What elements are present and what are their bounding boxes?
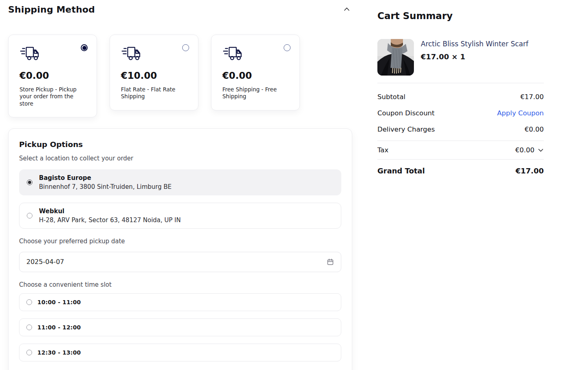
pickup-location-radio[interactable] xyxy=(27,180,32,185)
pickup-location-name: Webkul xyxy=(39,208,181,215)
tax-row: Tax €0.00 xyxy=(377,141,544,160)
grand-total-value: €17.00 xyxy=(516,167,544,175)
calendar-icon[interactable] xyxy=(327,258,334,266)
shipping-method-section: Shipping Method €0.00 Store Pickup - Pic… xyxy=(8,0,352,370)
pickup-location-label: Select a location to collect your order xyxy=(19,155,341,162)
pickup-date-input[interactable]: 2025-04-07 xyxy=(19,252,341,272)
shipping-method-card-free-shipping[interactable]: €0.00 Free Shipping - Free Shipping xyxy=(211,35,300,110)
pickup-options-panel: Pickup Options Select a location to coll… xyxy=(8,128,352,370)
subtotal-label: Subtotal xyxy=(377,93,405,101)
product-image[interactable] xyxy=(377,39,414,76)
summary-divider xyxy=(377,83,544,83)
tax-label: Tax xyxy=(377,146,388,154)
cart-summary-title: Cart Summary xyxy=(377,11,544,21)
delivery-truck-icon xyxy=(121,45,190,61)
checkout-page: Shipping Method €0.00 Store Pickup - Pic… xyxy=(0,0,588,370)
time-slot-time: 10:00 - 11:00 xyxy=(37,299,81,305)
chevron-down-icon xyxy=(538,148,544,152)
chevron-up-icon xyxy=(343,8,351,14)
time-slot-radio[interactable] xyxy=(26,350,32,355)
shipping-method-title: Shipping Method xyxy=(8,4,95,15)
pickup-slot-label: Choose a convenient time slot xyxy=(19,281,341,288)
cart-item-row: Arctic Bliss Stylish Winter Scarf €17.00… xyxy=(377,39,544,76)
cart-item-info: Arctic Bliss Stylish Winter Scarf €17.00… xyxy=(421,39,528,76)
shipping-method-card-store-pickup[interactable]: €0.00 Store Pickup - Pickup your order f… xyxy=(8,35,97,117)
tax-expand-toggle[interactable]: €0.00 xyxy=(515,146,544,154)
time-slot-option-1[interactable]: 10:00 - 11:00 xyxy=(19,293,341,311)
pickup-location-address: Binnenhof 7, 3800 Sint-Truiden, Limburg … xyxy=(39,183,172,190)
shipping-method-price: €10.00 xyxy=(121,70,190,81)
shipping-method-price: €0.00 xyxy=(19,70,88,81)
delivery-charges-label: Delivery Charges xyxy=(377,125,435,133)
time-slot-time: 11:00 - 12:00 xyxy=(37,324,81,331)
pickup-location-address: H-28, ARV Park, Sector 63, 48127 Noida, … xyxy=(39,216,181,224)
time-slot-radio[interactable] xyxy=(26,325,32,330)
delivery-truck-icon xyxy=(222,45,291,61)
pickup-location-text: Webkul H-28, ARV Park, Sector 63, 48127 … xyxy=(39,208,181,224)
time-slot-radio[interactable] xyxy=(26,299,32,305)
delivery-charges-value: €0.00 xyxy=(525,125,544,133)
shipping-method-label: Free Shipping - Free Shipping xyxy=(222,86,291,100)
pickup-date-value: 2025-04-07 xyxy=(26,258,64,266)
product-price-quantity: €17.00 × 1 xyxy=(421,52,528,61)
pickup-location-radio[interactable] xyxy=(27,213,32,219)
shipping-method-header: Shipping Method xyxy=(8,2,352,17)
shipping-method-options: €0.00 Store Pickup - Pickup your order f… xyxy=(8,35,352,117)
pickup-options-title: Pickup Options xyxy=(19,140,341,149)
shipping-method-radio[interactable] xyxy=(81,44,88,51)
pickup-location-text: Bagisto Europe Binnenhof 7, 3800 Sint-Tr… xyxy=(39,174,172,190)
shipping-method-radio[interactable] xyxy=(284,44,291,51)
pickup-date-label: Choose your preferred pickup date xyxy=(19,238,341,245)
time-slot-option-2[interactable]: 11:00 - 12:00 xyxy=(19,318,341,336)
pickup-location-option-webkul[interactable]: Webkul H-28, ARV Park, Sector 63, 48127 … xyxy=(19,203,341,229)
coupon-discount-label: Coupon Discount xyxy=(377,109,435,117)
shipping-method-radio[interactable] xyxy=(182,44,189,51)
cart-summary-section: Cart Summary Arctic Bliss xyxy=(377,0,544,182)
pickup-location-option-bagisto-europe[interactable]: Bagisto Europe Binnenhof 7, 3800 Sint-Tr… xyxy=(19,169,341,195)
coupon-discount-row: Coupon Discount Apply Coupon xyxy=(377,105,544,121)
grand-total-row: Grand Total €17.00 xyxy=(377,160,544,182)
collapse-shipping-button[interactable] xyxy=(342,5,351,13)
apply-coupon-link[interactable]: Apply Coupon xyxy=(497,109,544,117)
tax-value: €0.00 xyxy=(515,146,534,154)
delivery-truck-icon xyxy=(19,45,88,61)
pickup-location-name: Bagisto Europe xyxy=(39,174,172,182)
subtotal-row: Subtotal €17.00 xyxy=(377,89,544,105)
time-slot-time: 12:30 - 13:00 xyxy=(37,349,81,356)
shipping-method-label: Flat Rate - Flat Rate Shipping xyxy=(121,86,190,100)
shipping-method-label: Store Pickup - Pickup your order from th… xyxy=(19,86,88,107)
product-name-link[interactable]: Arctic Bliss Stylish Winter Scarf xyxy=(421,40,528,48)
time-slot-option-3[interactable]: 12:30 - 13:00 xyxy=(19,344,341,361)
grand-total-label: Grand Total xyxy=(377,167,425,175)
shipping-method-card-flat-rate[interactable]: €10.00 Flat Rate - Flat Rate Shipping xyxy=(110,35,198,110)
summary-rows: Subtotal €17.00 Coupon Discount Apply Co… xyxy=(377,89,544,182)
delivery-charges-row: Delivery Charges €0.00 xyxy=(377,121,544,137)
subtotal-value: €17.00 xyxy=(520,93,544,101)
shipping-method-price: €0.00 xyxy=(222,70,291,81)
